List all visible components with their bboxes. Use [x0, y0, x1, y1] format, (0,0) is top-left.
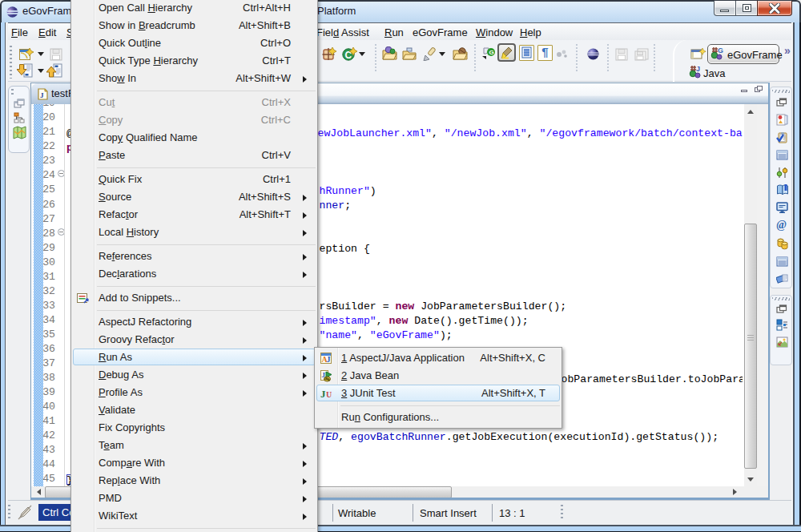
- svg-text:J: J: [40, 91, 44, 99]
- svg-text:U: U: [326, 390, 332, 399]
- svg-text:J: J: [320, 388, 326, 400]
- svg-text:J: J: [327, 355, 331, 364]
